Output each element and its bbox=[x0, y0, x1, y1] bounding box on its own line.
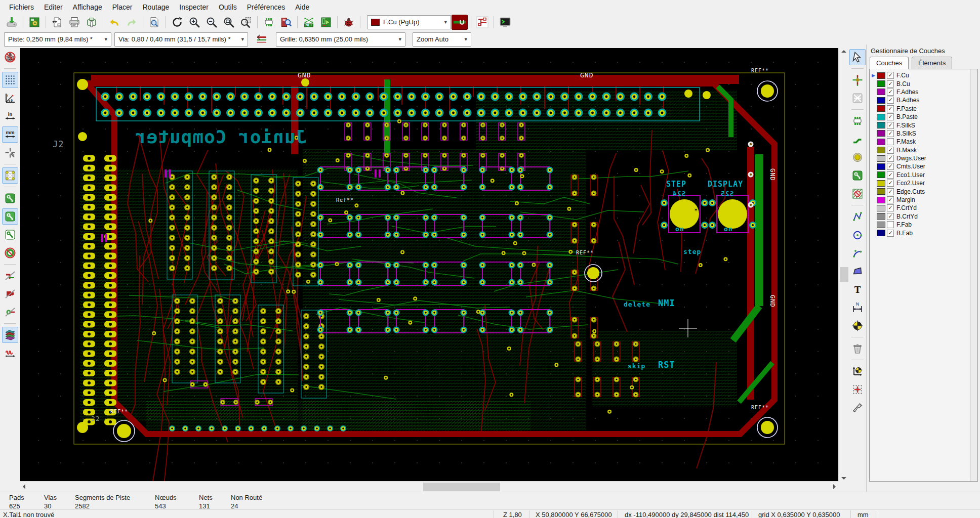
add-graphic-line-button[interactable] bbox=[849, 208, 866, 225]
auto-track-width-button[interactable] bbox=[254, 32, 270, 47]
layer-row-eco2-user[interactable]: ▶✓Eco2.User bbox=[871, 179, 977, 187]
layer-row-b-fab[interactable]: ▶✓B.Fab bbox=[871, 229, 977, 237]
layer-visibility-checkbox[interactable]: ✓ bbox=[887, 188, 894, 195]
zoom-in-button[interactable] bbox=[186, 15, 202, 30]
undo-button[interactable] bbox=[106, 15, 123, 30]
layer-visibility-checkbox[interactable]: ✓ bbox=[887, 89, 894, 96]
horizontal-scrollbar[interactable] bbox=[20, 481, 838, 492]
layer-row-f-mask[interactable]: ▶F.Mask bbox=[871, 138, 977, 146]
scroll-right-icon[interactable] bbox=[833, 484, 836, 489]
layer-row-f-fab[interactable]: ▶F.Fab bbox=[871, 221, 977, 229]
layer-visibility-checkbox[interactable]: ✓ bbox=[887, 196, 894, 203]
add-graphic-arc-button[interactable] bbox=[849, 245, 866, 261]
add-zone-button[interactable] bbox=[849, 167, 866, 184]
layer-visibility-checkbox[interactable]: ✓ bbox=[887, 72, 894, 79]
layer-visibility-checkbox[interactable]: ✓ bbox=[887, 147, 894, 154]
tab-couches[interactable]: Couches bbox=[870, 57, 909, 69]
drc-button[interactable] bbox=[341, 15, 357, 30]
menu-fichiers[interactable]: Fichiers bbox=[4, 1, 39, 14]
layer-row-f-adhes[interactable]: ▶✓F.Adhes bbox=[871, 88, 977, 96]
add-target-button[interactable] bbox=[849, 318, 866, 334]
redo-button[interactable] bbox=[124, 15, 140, 30]
pcb-canvas[interactable]: GNDGNDGNDGNDJ232REF**REF**REF**REF**Ref*… bbox=[20, 48, 838, 482]
layer-row-b-silks[interactable]: ▶✓B.SilkS bbox=[871, 130, 977, 138]
footprint-editor-button[interactable] bbox=[261, 15, 277, 30]
scroll-left-icon[interactable] bbox=[23, 484, 25, 489]
add-dimension-button[interactable]: N bbox=[849, 299, 866, 316]
cursor-shape-button[interactable] bbox=[2, 145, 18, 161]
track-width-select[interactable]: Piste: 0,250 mm (9,84 mils) * ▾ bbox=[4, 32, 111, 47]
scroll-down-icon[interactable] bbox=[841, 477, 846, 480]
find-button[interactable] bbox=[146, 15, 162, 30]
menu-routage[interactable]: Routage bbox=[137, 1, 174, 14]
layer-row-b-crtyd[interactable]: ▶✓B.CrtYd bbox=[871, 212, 977, 221]
menu-preferences[interactable]: Préférences bbox=[242, 1, 290, 14]
vertical-scrollbar[interactable] bbox=[838, 48, 849, 482]
layer-row-b-cu[interactable]: ▶✓B.Cu bbox=[871, 79, 977, 88]
units-mm-button[interactable]: mm bbox=[2, 126, 18, 143]
grid-visibility-button[interactable] bbox=[2, 72, 18, 88]
highlight-net-button[interactable] bbox=[849, 72, 866, 88]
scroll-up-icon[interactable] bbox=[841, 50, 846, 53]
save-button[interactable] bbox=[4, 15, 20, 30]
drc-off-button[interactable] bbox=[2, 49, 18, 65]
layer-visibility-checkbox[interactable]: ✓ bbox=[887, 163, 894, 170]
menu-placer[interactable]: Placer bbox=[107, 1, 138, 14]
print-button[interactable] bbox=[66, 15, 83, 30]
board-setup-button[interactable] bbox=[26, 15, 43, 30]
layer-visibility-checkbox[interactable]: ✓ bbox=[887, 155, 894, 162]
zoom-select[interactable]: Zoom Auto ▾ bbox=[413, 32, 471, 47]
layer-row-dwgs-user[interactable]: ▶✓Dwgs.User bbox=[871, 154, 977, 162]
horizontal-scroll-thumb[interactable] bbox=[423, 483, 500, 491]
layer-visibility-checkbox[interactable] bbox=[887, 221, 894, 228]
layer-visibility-checkbox[interactable] bbox=[887, 138, 894, 145]
zone-hidden-button[interactable] bbox=[2, 227, 18, 243]
track-sketch-button[interactable] bbox=[2, 268, 18, 284]
layer-row-f-cu[interactable]: ▶✓F.Cu bbox=[871, 71, 977, 79]
menu-editer[interactable]: Editer bbox=[39, 1, 68, 14]
layer-visibility-checkbox[interactable]: ✓ bbox=[887, 97, 894, 104]
menu-affichage[interactable]: Affichage bbox=[68, 1, 107, 14]
zone-filled-button[interactable] bbox=[2, 190, 18, 206]
via-swap-button[interactable] bbox=[452, 15, 468, 30]
layer-row-b-paste[interactable]: ▶✓B.Paste bbox=[871, 113, 977, 121]
layers-panel-scrollbar[interactable] bbox=[970, 69, 977, 481]
layer-visibility-checkbox[interactable]: ✓ bbox=[887, 180, 894, 187]
update-pcb-button[interactable] bbox=[318, 15, 334, 30]
layer-visibility-checkbox[interactable]: ✓ bbox=[887, 230, 894, 237]
local-ratsnest-button[interactable] bbox=[849, 90, 866, 106]
microwave-toolbar-button[interactable] bbox=[2, 345, 18, 361]
zoom-fit-button[interactable] bbox=[221, 15, 237, 30]
polar-coords-button[interactable]: rθ bbox=[2, 90, 18, 106]
layer-visibility-checkbox[interactable]: ✓ bbox=[887, 80, 894, 88]
layer-row-f-crtyd[interactable]: ▶✓F.CrtYd bbox=[871, 204, 977, 212]
layer-visibility-checkbox[interactable]: ✓ bbox=[887, 122, 894, 129]
layer-row-edge-cuts[interactable]: ▶✓Edge.Cuts bbox=[871, 187, 977, 195]
layer-row-margin[interactable]: ▶✓Margin bbox=[871, 196, 977, 204]
cleanup-tracks-button[interactable] bbox=[474, 15, 491, 30]
scripting-console-button[interactable] bbox=[497, 15, 513, 30]
vertical-scroll-thumb[interactable] bbox=[840, 267, 848, 282]
menu-aide[interactable]: Aide bbox=[290, 1, 314, 14]
tab-elements[interactable]: Éléments bbox=[912, 57, 952, 69]
add-graphic-polygon-button[interactable] bbox=[849, 263, 866, 279]
page-settings-button[interactable] bbox=[49, 15, 65, 30]
layer-row-eco1-user[interactable]: ▶✓Eco1.User bbox=[871, 171, 977, 179]
units-inches-button[interactable]: in bbox=[2, 108, 18, 124]
route-tracks-button[interactable] bbox=[849, 131, 866, 147]
redraw-button[interactable] bbox=[169, 15, 185, 30]
zone-outline-button[interactable] bbox=[2, 208, 18, 225]
layer-row-b-mask[interactable]: ▶✓B.Mask bbox=[871, 146, 977, 154]
layers-manager-button[interactable] bbox=[2, 327, 18, 343]
drill-place-origin-button[interactable] bbox=[849, 363, 866, 379]
add-keepout-button[interactable] bbox=[849, 186, 866, 202]
grid-select[interactable]: Grille: 0,6350 mm (25,00 mils) ▾ bbox=[276, 32, 405, 47]
measure-tool-button[interactable] bbox=[849, 400, 866, 416]
add-graphic-circle-button[interactable] bbox=[849, 227, 866, 243]
grid-origin-button[interactable] bbox=[849, 381, 866, 398]
add-text-button[interactable]: T bbox=[849, 281, 866, 297]
layer-row-f-silks[interactable]: ▶✓F.SilkS bbox=[871, 121, 977, 129]
footprint-browser-button[interactable] bbox=[278, 15, 294, 30]
layer-selector-combo[interactable]: F.Cu (PgUp)▾ bbox=[367, 15, 451, 29]
pad-sketch-button[interactable] bbox=[2, 286, 18, 302]
